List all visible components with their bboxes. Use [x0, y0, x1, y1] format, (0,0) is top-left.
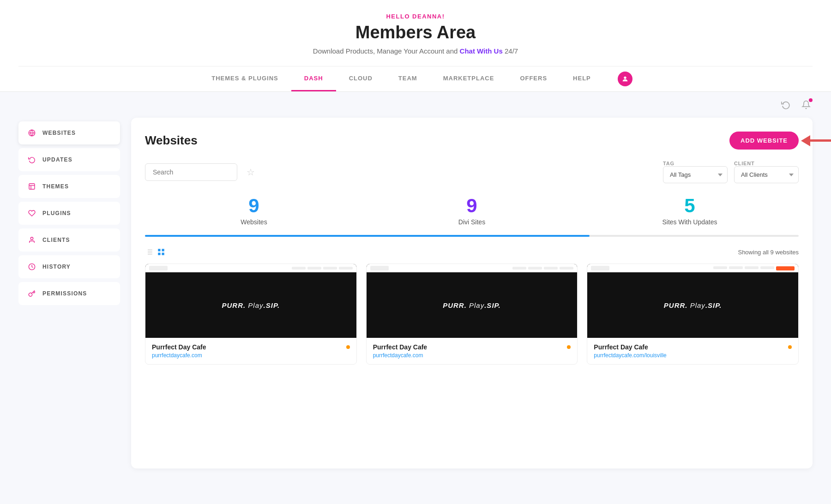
stat-websites-label: Websites [145, 218, 363, 226]
site-url[interactable]: purrfectdaycafe.com/louisville [594, 352, 792, 359]
svg-rect-17 [158, 253, 160, 255]
site-url[interactable]: purrfectdaycafe.com [373, 352, 571, 359]
site-name: Purrfect Day Cafe [594, 343, 792, 351]
stat-divi-label: Divi Sites [363, 218, 581, 226]
svg-rect-16 [162, 253, 164, 255]
sidebar-item-websites[interactable]: WEBSITES [18, 121, 120, 144]
nav-marketplace[interactable]: MARKETPLACE [430, 66, 507, 91]
sidebar: WEBSITES UPDATES THEMES PLUGINS CLIENTS [18, 118, 120, 468]
stat-divi-number: 9 [363, 196, 581, 216]
svg-point-6 [30, 237, 33, 240]
clock-icon [28, 263, 36, 271]
arrow-indicator [801, 135, 831, 146]
site-status-dot [788, 345, 792, 349]
tag-select[interactable]: All Tags [663, 166, 728, 183]
tag-label: TAG [663, 161, 728, 166]
search-input[interactable] [145, 163, 237, 181]
sidebar-item-permissions[interactable]: PERMISSIONS [18, 282, 120, 305]
stat-updates-number: 5 [581, 196, 799, 216]
site-header: HELLO DEANNA! Members Area Download Prod… [0, 0, 831, 92]
site-card-info: Purrfect Day Cafe purrfectdaycafe.com [145, 338, 356, 364]
add-website-button[interactable]: ADD WEBSITE [729, 132, 799, 150]
sidebar-label-websites: WEBSITES [42, 130, 76, 136]
progress-bar-fill [145, 235, 590, 237]
site-card-info: Purrfect Day Cafe purrfectdaycafe.com/lo… [587, 338, 798, 364]
header-top: HELLO DEANNA! Members Area Download Prod… [18, 0, 813, 59]
view-row: Showing all 9 websites [145, 248, 799, 256]
nav-help[interactable]: HELP [560, 66, 604, 91]
stat-updates-label: Sites With Updates [581, 218, 799, 226]
stats-row: 9 Websites 9 Divi Sites 5 Sites With Upd… [145, 196, 799, 226]
arrow-body [810, 139, 831, 142]
user-icon [28, 236, 36, 244]
svg-rect-3 [29, 184, 35, 189]
sidebar-label-updates: UPDATES [42, 156, 72, 163]
page-title: Members Area [18, 23, 813, 42]
main-layout: WEBSITES UPDATES THEMES PLUGINS CLIENTS [0, 118, 831, 487]
client-select[interactable]: All Clients [734, 166, 799, 183]
sidebar-label-themes: THEMES [42, 183, 69, 190]
cards-grid: PURR. Play.SIP. Purrfect Day Cafe purrfe… [145, 264, 799, 365]
filter-row: ☆ TAG All Tags CLIENT All Clients [145, 161, 799, 183]
content-header: Websites ADD WEBSITE [145, 132, 799, 150]
sidebar-label-history: HISTORY [42, 264, 71, 270]
progress-bar-container [145, 235, 799, 237]
nav-offers[interactable]: OFFERS [507, 66, 560, 91]
bell-notification-dot [809, 98, 813, 102]
svg-rect-15 [162, 249, 164, 251]
heart-icon [28, 209, 36, 217]
site-card[interactable]: PURR. Play.SIP. Purrfect Day Cafe purrfe… [587, 264, 799, 365]
subtitle-suffix: 24/7 [505, 47, 518, 55]
nav-cloud[interactable]: CLOUD [336, 66, 385, 91]
site-card-preview: PURR. Play.SIP. [587, 264, 798, 338]
refresh-icon[interactable] [779, 98, 792, 111]
stat-websites-number: 9 [145, 196, 363, 216]
toolbar-row [0, 92, 831, 118]
site-card-preview: PURR. Play.SIP. [367, 264, 578, 338]
sidebar-item-clients[interactable]: CLIENTS [18, 228, 120, 252]
stat-divi-sites: 9 Divi Sites [363, 196, 581, 226]
content-title: Websites [145, 133, 198, 148]
tag-filter-group: TAG All Tags [663, 161, 728, 183]
subtitle-text: Download Products, Manage Your Account a… [313, 47, 458, 55]
chat-link[interactable]: Chat With Us [460, 47, 503, 55]
showing-text: Showing all 9 websites [738, 249, 799, 256]
nav-team[interactable]: TEAM [385, 66, 430, 91]
site-card-info: Purrfect Day Cafe purrfectdaycafe.com [367, 338, 578, 364]
sidebar-label-plugins: PLUGINS [42, 210, 71, 216]
site-status-dot [567, 345, 571, 349]
refresh-icon-sidebar [28, 156, 36, 164]
site-card-preview: PURR. Play.SIP. [145, 264, 356, 338]
view-icons [145, 248, 165, 256]
user-avatar[interactable] [618, 72, 632, 86]
stat-websites: 9 Websites [145, 196, 363, 226]
list-view-icon[interactable] [145, 248, 153, 256]
sidebar-item-updates[interactable]: UPDATES [18, 148, 120, 171]
filter-group: TAG All Tags CLIENT All Clients [663, 161, 799, 183]
site-name: Purrfect Day Cafe [373, 343, 571, 351]
bell-icon-wrapper[interactable] [800, 98, 813, 111]
greeting-text: HELLO DEANNA! [18, 13, 813, 20]
globe-icon [28, 129, 36, 137]
site-url[interactable]: purrfectdaycafe.com [152, 352, 350, 359]
nav-themes-plugins[interactable]: THEMES & PLUGINS [199, 66, 291, 91]
grid-view-icon[interactable] [157, 248, 165, 256]
nav-dash[interactable]: DASH [291, 66, 336, 91]
sidebar-item-plugins[interactable]: PLUGINS [18, 202, 120, 225]
site-card[interactable]: PURR. Play.SIP. Purrfect Day Cafe purrfe… [366, 264, 578, 365]
svg-rect-14 [158, 249, 160, 251]
site-name: Purrfect Day Cafe [152, 343, 350, 351]
site-status-dot [346, 345, 350, 349]
layout-icon [28, 182, 36, 191]
client-label: CLIENT [734, 161, 799, 166]
client-filter-group: CLIENT All Clients [734, 161, 799, 183]
sidebar-item-themes[interactable]: THEMES [18, 175, 120, 198]
favorite-star-icon[interactable]: ☆ [247, 167, 255, 178]
arrow-head-icon [801, 135, 810, 146]
stat-updates: 5 Sites With Updates [581, 196, 799, 226]
sidebar-label-clients: CLIENTS [42, 237, 70, 243]
svg-point-0 [624, 77, 626, 79]
sidebar-item-history[interactable]: HISTORY [18, 255, 120, 278]
content-area: Websites ADD WEBSITE ☆ TAG All Tags [131, 118, 813, 468]
site-card[interactable]: PURR. Play.SIP. Purrfect Day Cafe purrfe… [145, 264, 357, 365]
